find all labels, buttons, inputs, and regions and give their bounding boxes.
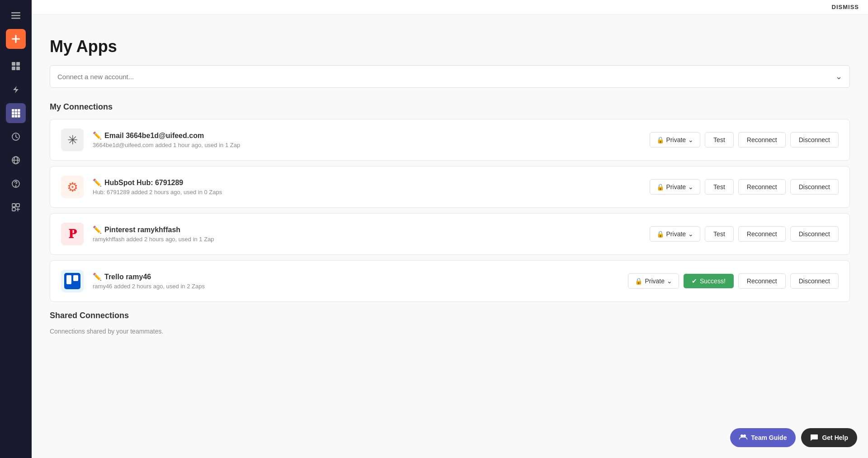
svg-rect-12 <box>18 109 20 112</box>
sidebar-help-icon[interactable] <box>6 174 26 194</box>
svg-point-31 <box>741 434 743 437</box>
svg-rect-30 <box>73 275 78 281</box>
email-conn-actions: 🔒 Private ⌄ Test Reconnect Disconnect <box>650 132 839 148</box>
my-connections-title: My Connections <box>50 102 850 112</box>
hubspot-edit-icon[interactable]: ✏️ <box>93 178 102 187</box>
hubspot-conn-name-text: HubSpot Hub: 6791289 <box>104 179 183 187</box>
connection-card-hubspot: ⚙ ✏️ HubSpot Hub: 6791289 Hub: 6791289 a… <box>50 166 850 208</box>
svg-rect-29 <box>66 275 71 284</box>
svg-rect-13 <box>12 112 14 115</box>
email-conn-name: ✏️ Email 3664be1d@uifeed.com <box>93 131 641 140</box>
pinterest-edit-icon[interactable]: ✏️ <box>93 225 102 234</box>
pinterest-conn-name-text: Pinterest ramykhffash <box>104 226 180 234</box>
email-disconnect-button[interactable]: Disconnect <box>790 132 839 148</box>
pinterest-reconnect-button[interactable]: Reconnect <box>738 226 786 242</box>
email-privacy-button[interactable]: 🔒 Private ⌄ <box>650 132 701 148</box>
svg-rect-11 <box>15 109 18 112</box>
pinterest-disconnect-button[interactable]: Disconnect <box>790 226 839 242</box>
bottom-right-actions: Team Guide Get Help <box>730 428 857 447</box>
pinterest-app-icon: 𝐏 <box>61 223 84 245</box>
email-conn-meta: 3664be1d@uifeed.com added 1 hour ago, us… <box>93 142 641 148</box>
privacy-chevron-icon: ⌄ <box>688 136 693 143</box>
email-conn-info: ✏️ Email 3664be1d@uifeed.com 3664be1d@ui… <box>93 131 641 148</box>
sidebar-dashboard-icon[interactable] <box>6 56 26 76</box>
shared-connections-description: Connections shared by your teammates. <box>50 328 850 335</box>
svg-rect-14 <box>15 112 18 115</box>
get-help-label: Get Help <box>822 434 848 441</box>
chat-icon <box>810 434 818 442</box>
trello-disconnect-button[interactable]: Disconnect <box>790 273 839 289</box>
email-test-button[interactable]: Test <box>705 132 734 148</box>
pinterest-conn-actions: 🔒 Private ⌄ Test Reconnect Disconnect <box>650 226 839 242</box>
connect-account-input[interactable] <box>57 73 835 81</box>
connection-card-pinterest: 𝐏 ✏️ Pinterest ramykhffash ramykhffash a… <box>50 213 850 255</box>
hubspot-reconnect-button[interactable]: Reconnect <box>738 179 786 195</box>
pinterest-privacy-button[interactable]: 🔒 Private ⌄ <box>650 226 701 242</box>
svg-rect-1 <box>11 15 20 16</box>
svg-rect-8 <box>16 67 20 70</box>
svg-rect-25 <box>12 204 15 207</box>
shared-connections-title: Shared Connections <box>50 311 850 320</box>
sidebar-history-icon[interactable] <box>6 127 26 147</box>
connect-account-bar[interactable]: ⌄ <box>50 65 850 88</box>
svg-rect-2 <box>11 18 20 19</box>
connection-card-trello: ✏️ Trello ramy46 ramy46 added 2 hours ag… <box>50 260 850 302</box>
trello-conn-name-text: Trello ramy46 <box>104 273 151 281</box>
hubspot-conn-meta: Hub: 6791289 added 2 hours ago, used in … <box>93 189 641 196</box>
trello-conn-meta: ramy46 added 2 hours ago, used in 2 Zaps <box>93 283 619 290</box>
trello-privacy-label: Private <box>645 277 665 285</box>
svg-marker-9 <box>13 86 19 93</box>
trello-edit-icon[interactable]: ✏️ <box>93 272 102 281</box>
hubspot-conn-actions: 🔒 Private ⌄ Test Reconnect Disconnect <box>650 179 839 195</box>
dismiss-bar[interactable]: DISMISS <box>32 0 868 14</box>
trello-conn-name: ✏️ Trello ramy46 <box>93 272 619 281</box>
sidebar-zap-icon[interactable] <box>6 80 26 100</box>
sidebar-apps-icon[interactable] <box>6 103 26 123</box>
email-conn-name-text: Email 3664be1d@uifeed.com <box>104 132 204 140</box>
trello-success-button[interactable]: ✔ Success! <box>684 274 734 288</box>
hubspot-privacy-label: Private <box>666 183 686 191</box>
email-privacy-label: Private <box>666 136 686 143</box>
pinterest-icon-shape: 𝐏 <box>69 227 76 242</box>
svg-rect-16 <box>12 115 14 118</box>
privacy-chevron-icon: ⌄ <box>688 183 693 191</box>
sidebar-add-button[interactable] <box>6 29 26 49</box>
pinterest-conn-meta: ramykhffash added 2 hours ago, used in 1… <box>93 236 641 243</box>
hubspot-privacy-button[interactable]: 🔒 Private ⌄ <box>650 179 701 195</box>
svg-rect-10 <box>12 109 14 112</box>
get-help-button[interactable]: Get Help <box>801 428 857 447</box>
sidebar-globe-icon[interactable] <box>6 150 26 170</box>
email-reconnect-button[interactable]: Reconnect <box>738 132 786 148</box>
email-app-icon: ✳ <box>61 129 84 151</box>
trello-app-icon <box>61 270 84 292</box>
hubspot-test-button[interactable]: Test <box>705 179 734 195</box>
email-edit-icon[interactable]: ✏️ <box>93 131 102 140</box>
svg-rect-6 <box>16 62 20 66</box>
pinterest-privacy-label: Private <box>666 230 686 238</box>
team-guide-button[interactable]: Team Guide <box>730 428 796 447</box>
trello-reconnect-button[interactable]: Reconnect <box>738 273 786 289</box>
pinterest-conn-name: ✏️ Pinterest ramykhffash <box>93 225 641 234</box>
team-icon <box>739 434 747 442</box>
hubspot-conn-name: ✏️ HubSpot Hub: 6791289 <box>93 178 641 187</box>
svg-rect-26 <box>16 204 19 207</box>
trello-conn-info: ✏️ Trello ramy46 ramy46 added 2 hours ag… <box>93 272 619 290</box>
trello-privacy-button[interactable]: 🔒 Private ⌄ <box>628 273 679 289</box>
svg-rect-18 <box>18 115 20 118</box>
sidebar-menu-icon[interactable] <box>6 5 26 25</box>
svg-point-32 <box>743 434 746 437</box>
lock-icon: 🔒 <box>635 277 642 285</box>
pinterest-test-button[interactable]: Test <box>705 226 734 242</box>
sidebar-integrations-icon[interactable] <box>6 197 26 217</box>
hubspot-app-icon: ⚙ <box>61 176 84 198</box>
team-guide-label: Team Guide <box>751 434 787 441</box>
hubspot-disconnect-button[interactable]: Disconnect <box>790 179 839 195</box>
lock-icon: 🔒 <box>656 230 664 238</box>
svg-rect-27 <box>12 208 15 211</box>
svg-rect-5 <box>12 62 15 66</box>
dismiss-label[interactable]: DISMISS <box>832 4 859 10</box>
svg-rect-17 <box>15 115 18 118</box>
svg-rect-15 <box>18 112 20 115</box>
my-connections-section: My Connections ✳ ✏️ Email 3664be1d@uifee… <box>50 102 850 302</box>
svg-point-24 <box>15 186 16 186</box>
